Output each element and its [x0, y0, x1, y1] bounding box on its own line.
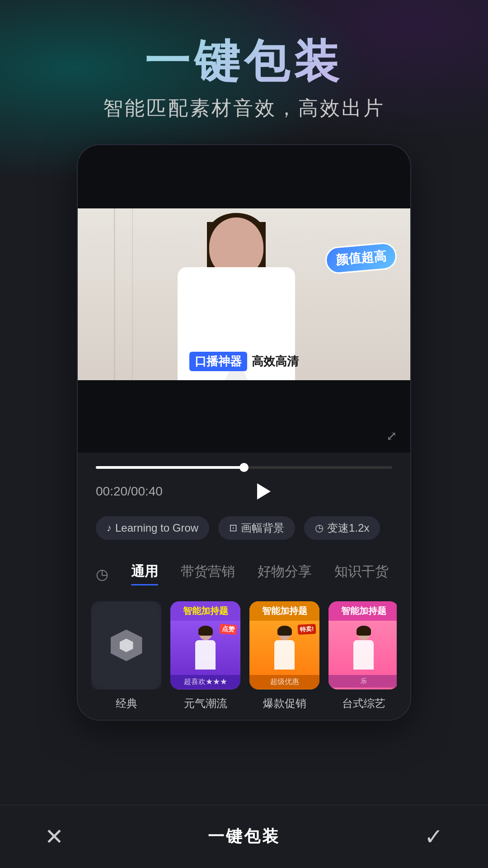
thumb-title-variety: 智能加持题: [341, 606, 386, 616]
mini-hair-trendy: [198, 626, 213, 636]
thumb-footer-trendy: 超喜欢★★★: [170, 675, 240, 689]
template-label-promo: 爆款促销: [263, 696, 306, 711]
mini-person-trendy: [192, 627, 219, 668]
tab-knowledge[interactable]: 知识干货: [334, 562, 389, 585]
speed-icon: ◷: [315, 522, 324, 534]
template-thumb-trendy: 智能加持题 点赞 超喜欢★★★: [170, 601, 240, 689]
templates-area: 经典 智能加持题: [78, 592, 410, 720]
template-promo[interactable]: 智能加持题 特卖! 超级优惠: [249, 601, 319, 711]
hex-icon: [111, 630, 142, 661]
thumb-title-trendy: 智能加持题: [183, 606, 228, 616]
template-label-variety: 台式综艺: [342, 696, 385, 711]
template-label-classic: 经典: [116, 696, 137, 711]
chip-music-label: Learning to Grow: [115, 522, 198, 534]
mini-body-trendy: [195, 640, 216, 670]
play-triangle-icon: [257, 483, 271, 500]
mini-person-variety: [350, 627, 377, 668]
thumb-footer-variety: 乐: [328, 675, 397, 688]
video-highlight-text: 口播神器: [189, 352, 247, 371]
chip-speed[interactable]: ◷ 变速1.2x: [304, 516, 380, 540]
video-plain-text: 高效高清: [252, 354, 299, 369]
curtain-line-1: [114, 208, 115, 380]
chip-frame-label: 画幅背景: [241, 521, 284, 535]
thumb-content-trendy: 智能加持题 点赞 超喜欢★★★: [170, 601, 240, 689]
thumb-body-trendy: 点赞: [170, 621, 240, 675]
main-title: 一键包装: [0, 36, 488, 86]
progress-bar[interactable]: [96, 466, 392, 469]
template-thumb-classic: [91, 601, 161, 689]
cancel-icon: ✕: [45, 824, 64, 850]
video-bottom-text: 口播神器 高效高清: [189, 352, 299, 371]
thumb-title-promo: 智能加持题: [262, 606, 307, 616]
video-person: 颜值超高 口播神器 高效高清: [78, 208, 410, 380]
play-button[interactable]: [250, 478, 277, 505]
history-icon[interactable]: ◷: [96, 566, 108, 583]
mini-hair-promo: [277, 626, 292, 636]
mini-body-variety: [353, 640, 374, 670]
tab-sharing[interactable]: 好物分享: [258, 562, 312, 585]
bottom-bar: ✕ 一键包装 ✓: [0, 805, 488, 868]
time-play-row: 00:20/00:40: [96, 478, 392, 505]
thumb-body-variety: [328, 621, 397, 675]
chips-row: ♪ Learning to Grow ⊡ 画幅背景 ◷ 变速1.2x: [96, 516, 392, 540]
thumb-footer-promo: 超级优惠: [249, 675, 319, 689]
header-section: 一键包装 智能匹配素材音效，高效出片: [0, 36, 488, 122]
expand-icon[interactable]: ⤢: [386, 429, 397, 443]
thumb-content-promo: 智能加持题 特卖! 超级优惠: [249, 601, 319, 689]
template-classic[interactable]: 经典: [91, 601, 161, 711]
badge-promo: 特卖!: [297, 624, 316, 635]
video-area: 颜值超高 口播神器 高效高清: [78, 208, 410, 380]
time-display: 00:20/00:40: [96, 484, 163, 499]
template-trendy[interactable]: 智能加持题 点赞 超喜欢★★★: [170, 601, 240, 711]
thumb-content-variety: 智能加持题 乐: [328, 601, 397, 689]
progress-filled: [96, 466, 244, 469]
music-icon: ♪: [107, 522, 112, 534]
curtain-line-2: [132, 208, 133, 380]
subtitle: 智能匹配素材音效，高效出片: [0, 95, 488, 122]
confirm-icon: ✓: [424, 824, 443, 850]
sticker-text: 颜值超高: [335, 249, 387, 267]
progress-thumb[interactable]: [239, 463, 249, 472]
thumb-banner-trendy: 智能加持题: [170, 601, 240, 621]
thumb-banner-promo: 智能加持题: [249, 601, 319, 621]
mini-person-promo: [271, 627, 298, 668]
chip-music[interactable]: ♪ Learning to Grow: [96, 516, 209, 540]
template-label-trendy: 元气潮流: [184, 696, 227, 711]
thumb-body-promo: 特卖!: [249, 621, 319, 675]
tabs-row: ◷ 通用 带货营销 好物分享 知识干货: [96, 562, 392, 585]
mini-hair-variety: [357, 626, 371, 636]
controls-area: 00:20/00:40 ♪ Learning to Grow ⊡ 画幅背景 ◷: [78, 453, 410, 549]
tab-commerce[interactable]: 带货营销: [181, 562, 235, 585]
classic-blur: [91, 601, 161, 689]
badge-trendy: 点赞: [219, 623, 237, 635]
frame-icon: ⊡: [229, 522, 237, 534]
phone-top-area: [78, 145, 410, 208]
chip-frame[interactable]: ⊡ 画幅背景: [218, 516, 295, 540]
chip-speed-label: 变速1.2x: [327, 521, 369, 535]
template-variety[interactable]: 智能加持题 乐 台式综艺: [328, 601, 397, 711]
template-thumb-variety: 智能加持题 乐: [328, 601, 397, 689]
thumb-banner-variety: 智能加持题: [328, 601, 397, 621]
phone-mockup: 颜值超高 口播神器 高效高清 ⤢ 00:20/00:40: [77, 144, 411, 721]
cancel-button[interactable]: ✕: [36, 819, 72, 855]
tab-general[interactable]: 通用: [131, 562, 158, 585]
template-thumb-promo: 智能加持题 特卖! 超级优惠: [249, 601, 319, 689]
templates-grid: 经典 智能加持题: [91, 601, 397, 711]
mini-body-promo: [274, 640, 295, 670]
hex-inner: [120, 639, 133, 652]
tabs-area: ◷ 通用 带货营销 好物分享 知识干货: [78, 549, 410, 592]
main-container: 一键包装 智能匹配素材音效，高效出片: [0, 0, 488, 868]
bottom-center-label: 一键包装: [208, 826, 280, 848]
phone-bottom-black: ⤢: [78, 380, 410, 453]
confirm-button[interactable]: ✓: [416, 819, 452, 855]
